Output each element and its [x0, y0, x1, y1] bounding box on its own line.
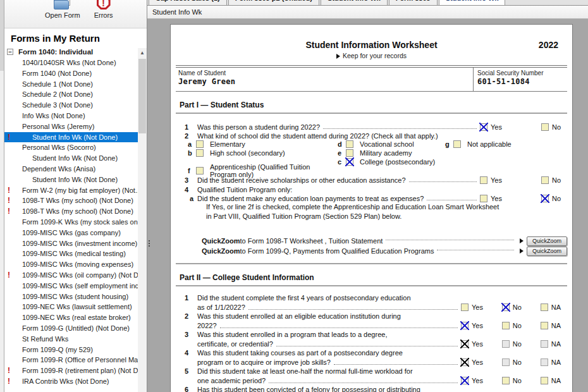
part1-q4a: a Did the student make any education loa… [176, 193, 567, 203]
tree-item[interactable]: ! Form 1099-R (Office of Personnel Man..… [4, 355, 138, 365]
ssn-field[interactable]: 601-51-1084 [477, 77, 567, 86]
quickzoom-button[interactable]: QuickZoom [527, 236, 567, 246]
tree-item[interactable]: ! Student Info Wk (Not Done) [4, 153, 138, 164]
checkbox-na[interactable] [541, 322, 548, 329]
form-tab[interactable]: Student Info Wk [439, 0, 506, 5]
checkbox-no[interactable] [502, 340, 510, 348]
form-tab[interactable]: Student Info Wk [321, 0, 388, 5]
option-checkbox[interactable] [196, 167, 204, 175]
tree-item[interactable]: ! Form 1099-Q (my 529) [4, 345, 138, 355]
tree-item[interactable]: ! Form 1040 (Not Done) [4, 68, 138, 79]
checkbox-yes[interactable] [480, 123, 487, 131]
tree-item-label: Form W-2 (my big fat employer) (Not... [22, 187, 138, 194]
tree-item[interactable]: ! Schedule 3 (Not Done) [4, 100, 138, 111]
checkbox-yes[interactable] [461, 377, 469, 384]
sidebar-scrollbar[interactable]: ▲ [138, 48, 147, 392]
quickzoom-button[interactable]: QuickZoom [527, 247, 567, 256]
scrollbar-thumb[interactable] [138, 59, 146, 133]
tree-item-label: 1099-MISC Wks (self employment inc... [22, 282, 138, 290]
splitter-handle[interactable] [148, 239, 150, 248]
checkbox-yes[interactable] [480, 195, 487, 202]
checkbox-yes[interactable] [461, 303, 469, 311]
checkbox-no[interactable] [502, 377, 510, 384]
tree-item[interactable]: ! Personal Wks (Jeremy) [4, 121, 138, 132]
tree-root-form-1040[interactable]: − Form 1040: Individual [4, 47, 147, 58]
sidebar-header: Forms in My Return [11, 33, 147, 44]
tree-item[interactable]: ! Info Wks (Not Done) [4, 111, 138, 121]
form-tab[interactable]: Cap Asset Sales (1) [149, 0, 227, 5]
checkbox-no[interactable] [502, 322, 510, 329]
school-type-option: e Military academy [338, 149, 445, 157]
checkbox-no[interactable] [541, 176, 549, 184]
option-letter: f [188, 167, 196, 175]
school-type-option: b High school (secondary) [188, 149, 338, 157]
tree-item[interactable]: ! 1098-T Wks (my school) (Not Done) [4, 195, 138, 206]
checkbox-na[interactable] [541, 340, 548, 348]
option-letter: b [188, 149, 196, 157]
tree-item[interactable]: ! 1099-MISC Wks (oil company) (Not D... [4, 270, 138, 281]
tab-label: Form 8863 [396, 0, 431, 2]
tax-year: 2022 [539, 40, 558, 50]
tree-item[interactable]: ! Student Info Wk (Not Done) [4, 132, 138, 143]
tree-item[interactable]: ! 1099-NEC Wks (lawsuit settlement) [4, 302, 138, 312]
form-tab-strip: Cap Asset Sales (1) Form 8863 p2 (Untitl… [147, 0, 588, 5]
tree-item[interactable]: ! 1040/1040SR Wks (Not Done) [4, 58, 138, 68]
checkbox-no[interactable] [502, 358, 510, 366]
checkbox-na[interactable] [541, 358, 548, 366]
tree-item[interactable]: ! 1099-MISC Wks (student housing) [4, 291, 138, 302]
tree-item[interactable]: ! Schedule 1 (Not Done) [4, 79, 138, 90]
tree-item[interactable]: ! 1099-MISC Wks (investment income) [4, 238, 138, 249]
open-form-button[interactable]: Open Form [45, 0, 80, 28]
tree-item[interactable]: ! Schedule 2 (Not Done) [4, 89, 138, 100]
tree-item[interactable]: ! Form 1099-G (Untitled) (Not Done) [4, 323, 138, 334]
tree-item[interactable]: ! Student Info Wk (Not Done) [4, 175, 138, 185]
error-flag-icon: ! [8, 185, 10, 196]
checkbox-yes[interactable] [461, 340, 469, 348]
option-checkbox[interactable] [453, 140, 461, 148]
worksheet-subtitle: Keep for your records [176, 52, 567, 59]
checkbox-no[interactable] [541, 123, 549, 131]
tree-item-label: Form 1099-R (Office of Personnel Man... [22, 356, 138, 364]
option-checkbox[interactable] [196, 149, 204, 157]
student-name-field[interactable]: Jeremy Green [178, 77, 473, 86]
option-checkbox[interactable] [346, 149, 353, 157]
tree-item-label: Student Info Wk (Not Done) [32, 133, 118, 141]
tree-item[interactable]: ! 1099-MISC Wks (moving expenses) [4, 259, 138, 270]
checkbox-label: NA [551, 303, 561, 312]
checkbox-yes[interactable] [480, 176, 487, 184]
part2-question-row: 4 Was this student taking courses as par… [176, 348, 567, 367]
tree-item[interactable]: ! 1099-MISC Wks (medical testing) [4, 248, 138, 259]
part1-heading: Part I — Student Status [180, 101, 567, 109]
tree-item[interactable]: ! IRA Contrib Wks (Not Done) [4, 376, 138, 387]
errors-button[interactable]: ! Errors [94, 0, 113, 28]
form-tab[interactable]: Form 8863 p2 (Untitled) [228, 0, 319, 5]
dotted-leader [437, 250, 514, 250]
checkbox-yes[interactable] [461, 358, 469, 366]
checkbox-yes[interactable] [461, 322, 469, 329]
question-letter: a [190, 195, 197, 202]
question-number: 2 [185, 312, 197, 330]
checkbox-na[interactable] [541, 377, 548, 384]
form-tab[interactable]: Form 8863 [389, 0, 438, 5]
tree-item[interactable]: ! Form 1099-R (retirement plan) (Not D..… [4, 365, 138, 376]
option-checkbox[interactable] [196, 140, 204, 148]
scrollbar-up-icon[interactable]: ▲ [138, 48, 147, 58]
tree-item[interactable]: ! 1098-T Wks (my school) (Not Done) [4, 206, 138, 217]
question-number: 4 [185, 348, 197, 367]
collapse-icon[interactable]: − [7, 49, 13, 55]
checkbox-na[interactable] [541, 303, 548, 311]
question-text: Did the student receive scholarships or … [197, 176, 406, 184]
tree-item[interactable]: ! St Refund Wks [4, 334, 138, 345]
option-checkbox[interactable] [346, 140, 353, 148]
option-checkbox[interactable] [346, 158, 353, 166]
tree-item[interactable]: ! 1099-MISC Wks (gas company) [4, 228, 138, 238]
checkbox-no[interactable] [541, 195, 549, 202]
tree-item[interactable]: ! Personal Wks (Socorro) [4, 142, 138, 153]
tree-item[interactable]: ! 1099-NEC Wks (real estate broker) [4, 312, 138, 323]
checkbox-label: No [552, 123, 561, 131]
tree-item[interactable]: ! 1099-MISC Wks (self employment inc... [4, 281, 138, 291]
tree-item[interactable]: ! Dependent Wks (Anisa) [4, 164, 138, 175]
tree-item[interactable]: ! Form W-2 (my big fat employer) (Not... [4, 185, 138, 196]
tree-item[interactable]: ! Form 1099-K Wks (my stock sales on... [4, 217, 138, 228]
checkbox-no[interactable] [502, 303, 510, 311]
